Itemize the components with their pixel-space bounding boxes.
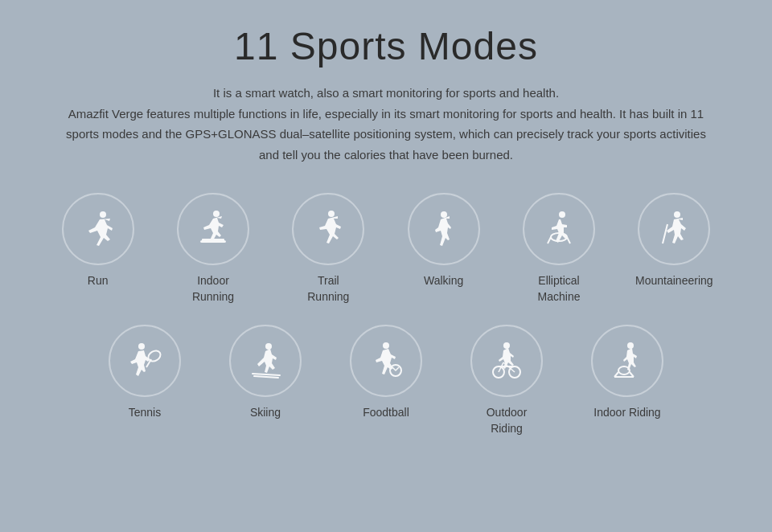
page-description: It is a smart watch, also a smart monito… <box>56 83 716 165</box>
sport-indoor-riding: Indoor Riding <box>575 325 680 436</box>
svg-line-17 <box>254 376 278 378</box>
sport-indoor-running-icon-circle <box>177 193 249 265</box>
sport-indoor-riding-label: Indoor Riding <box>593 405 660 421</box>
football-icon <box>365 340 407 382</box>
sport-skiing-label: Skiing <box>250 405 281 421</box>
sport-indoor-running-label: IndoorRunning <box>192 273 234 305</box>
svg-line-16 <box>253 374 280 375</box>
svg-point-20 <box>503 342 510 349</box>
svg-rect-3 <box>202 239 224 241</box>
svg-line-8 <box>548 237 551 243</box>
sport-elliptical-icon-circle <box>523 193 595 265</box>
svg-point-5 <box>441 211 447 218</box>
sport-mountaineering: Mountaineering <box>625 193 724 305</box>
sport-elliptical-label: EllipticalMachine <box>538 273 581 305</box>
description-line2: Amazfit Verge features multiple function… <box>66 107 706 162</box>
sport-tennis-icon-circle <box>109 325 181 397</box>
svg-point-27 <box>627 342 634 349</box>
sport-trail-running: TrailRunning <box>279 193 378 305</box>
svg-point-18 <box>383 342 389 349</box>
sport-walking: Walking <box>394 193 493 305</box>
svg-point-4 <box>328 211 335 217</box>
sports-grid: Run IndoorRunning <box>48 193 724 436</box>
sport-outdoor-riding: OutdoorRiding <box>454 325 559 436</box>
sport-run: Run <box>48 193 147 305</box>
sport-football-icon-circle <box>350 325 422 397</box>
sport-walking-icon-circle <box>408 193 480 265</box>
sports-row-2: Tennis Skiing <box>48 325 724 436</box>
outdoor-riding-icon <box>486 340 528 382</box>
tennis-icon <box>124 340 166 382</box>
mountaineering-icon <box>653 208 695 250</box>
sport-elliptical: EllipticalMachine <box>509 193 608 305</box>
sport-tennis-label: Tennis <box>129 405 161 421</box>
sport-mountaineering-label: Mountaineering <box>635 273 713 289</box>
sport-run-label: Run <box>88 273 109 289</box>
sport-outdoor-riding-icon-circle <box>470 325 543 397</box>
svg-point-1 <box>213 211 220 217</box>
svg-point-0 <box>100 211 106 218</box>
sport-indoor-riding-icon-circle <box>591 325 663 397</box>
sport-skiing-icon-circle <box>229 325 302 397</box>
sport-trail-running-icon-circle <box>292 193 364 265</box>
sport-trail-running-label: TrailRunning <box>307 273 349 305</box>
sports-row-1: Run IndoorRunning <box>48 193 724 305</box>
svg-point-13 <box>146 349 162 363</box>
sport-outdoor-riding-label: OutdoorRiding <box>487 405 528 436</box>
walking-icon <box>423 208 465 250</box>
skiing-icon <box>244 340 286 382</box>
svg-point-28 <box>618 366 630 374</box>
svg-point-12 <box>138 343 145 350</box>
sport-walking-label: Walking <box>424 273 463 289</box>
svg-point-15 <box>265 343 272 350</box>
svg-point-6 <box>559 211 565 218</box>
elliptical-icon <box>538 208 580 250</box>
sport-mountaineering-icon-circle <box>638 193 710 265</box>
description-line1: It is a smart watch, also a smart monito… <box>213 86 559 100</box>
indoor-running-icon <box>192 208 234 250</box>
sport-skiing: Skiing <box>213 325 318 436</box>
sport-tennis: Tennis <box>92 325 197 436</box>
svg-line-9 <box>567 237 570 243</box>
svg-point-10 <box>674 211 680 218</box>
run-icon <box>77 208 119 250</box>
sport-football-label: Foodtball <box>363 405 409 421</box>
sport-indoor-running: IndoorRunning <box>163 193 262 305</box>
indoor-riding-icon <box>606 340 648 382</box>
trail-running-icon <box>307 208 349 250</box>
sport-run-icon-circle <box>62 193 134 265</box>
sport-football: Foodtball <box>334 325 438 436</box>
svg-line-11 <box>663 224 667 243</box>
page-title: 11 Sports Modes <box>234 24 538 68</box>
